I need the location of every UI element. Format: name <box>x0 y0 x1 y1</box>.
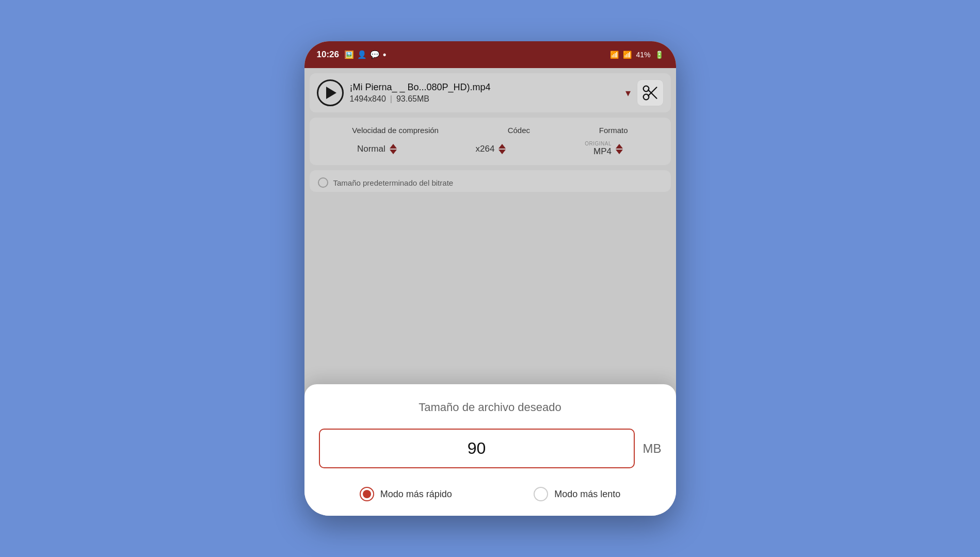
file-name: ¡Mi Pierna_ _ Bo...080P_HD).mp4 <box>350 82 619 93</box>
format-header: Formato <box>599 126 628 135</box>
speed-header: Velocidad de compresión <box>352 126 439 135</box>
person-icon: 👤 <box>357 50 367 59</box>
format-badge: ORIGINAL <box>585 141 612 146</box>
phone-frame: 10:26 🖼️ 👤 💬 • 📶 📶 41% 🔋 ¡Mi Pierna_ _ B… <box>304 41 676 516</box>
codec-spinner[interactable] <box>499 144 506 154</box>
file-selector: ¡Mi Pierna_ _ Bo...080P_HD).mp4 1494x840… <box>310 73 671 112</box>
svg-point-0 <box>643 94 649 100</box>
photo-icon: 🖼️ <box>344 50 354 59</box>
signal-icon: 📶 <box>623 51 632 59</box>
format-down-arrow[interactable] <box>616 150 623 154</box>
partial-text: Tamaño predeterminado del bitrate <box>333 178 454 187</box>
speed-spinner[interactable] <box>390 144 397 154</box>
scissors-button[interactable] <box>637 79 664 106</box>
dot-icon: • <box>383 50 386 60</box>
settings-row: Velocidad de compresión Códec Formato No… <box>310 118 671 165</box>
play-icon <box>326 87 336 99</box>
mode-fast-label: Modo más rápido <box>380 489 452 500</box>
mode-fast-radio[interactable] <box>360 487 374 501</box>
partial-radio <box>318 177 328 188</box>
format-spinner[interactable] <box>616 144 623 154</box>
settings-headers: Velocidad de compresión Códec Formato <box>318 126 663 135</box>
dialog: Tamaño de archivo deseado MB Modo más rá… <box>304 384 676 516</box>
mode-slow-option[interactable]: Modo más lento <box>534 487 620 501</box>
file-size-input[interactable] <box>319 429 635 468</box>
separator: | <box>390 94 392 104</box>
speed-up-arrow[interactable] <box>390 144 397 149</box>
file-size: 93.65MB <box>396 94 429 104</box>
dialog-title: Tamaño de archivo deseado <box>319 401 662 414</box>
speed-value: Normal <box>357 144 385 154</box>
svg-point-1 <box>643 86 649 92</box>
scissors-icon <box>642 85 658 101</box>
format-value: MP4 <box>593 146 612 157</box>
codec-up-arrow[interactable] <box>499 144 506 149</box>
codec-value: x264 <box>476 144 495 154</box>
messenger-icon: 💬 <box>370 50 380 59</box>
codec-header: Códec <box>508 126 530 135</box>
status-bar: 10:26 🖼️ 👤 💬 • 📶 📶 41% 🔋 <box>304 41 676 68</box>
speed-down-arrow[interactable] <box>390 150 397 154</box>
file-dropdown-arrow[interactable]: ▾ <box>625 87 631 99</box>
status-right: 📶 📶 41% 🔋 <box>610 51 663 59</box>
app-content: ¡Mi Pierna_ _ Bo...080P_HD).mp4 1494x840… <box>304 68 676 516</box>
mode-slow-radio[interactable] <box>534 487 548 501</box>
format-up-arrow[interactable] <box>616 144 623 149</box>
settings-values: Normal x264 ORIGI <box>318 141 663 157</box>
status-time: 10:26 <box>317 50 339 60</box>
status-left: 10:26 🖼️ 👤 💬 • <box>317 50 387 60</box>
speed-group: Normal <box>357 144 397 154</box>
codec-down-arrow[interactable] <box>499 150 506 154</box>
mode-slow-label: Modo más lento <box>554 489 620 500</box>
battery-icon: 🔋 <box>655 51 664 59</box>
format-group: ORIGINAL MP4 <box>585 141 623 157</box>
wifi-icon: 📶 <box>610 51 619 59</box>
mode-row: Modo más rápido Modo más lento <box>319 483 662 501</box>
file-meta: 1494x840 | 93.65MB <box>350 94 619 104</box>
partial-row: Tamaño predeterminado del bitrate <box>310 170 671 192</box>
codec-group: x264 <box>476 144 506 154</box>
battery-percent: 41% <box>636 51 650 59</box>
file-info: ¡Mi Pierna_ _ Bo...080P_HD).mp4 1494x840… <box>350 82 619 104</box>
mode-fast-option[interactable]: Modo más rápido <box>360 487 452 501</box>
partial-content: Tamaño predeterminado del bitrate <box>318 177 663 188</box>
unit-label: MB <box>643 441 662 456</box>
file-resolution: 1494x840 <box>350 94 386 104</box>
status-icons: 🖼️ 👤 💬 • <box>344 50 386 60</box>
file-size-input-row: MB <box>319 429 662 468</box>
play-button[interactable] <box>317 79 344 106</box>
